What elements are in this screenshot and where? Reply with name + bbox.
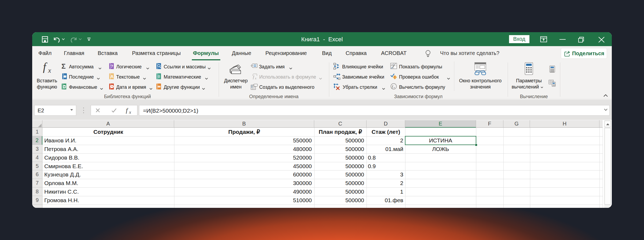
- svg-text:f: f: [253, 75, 255, 79]
- svg-text:x: x: [129, 110, 131, 115]
- svg-text:x: x: [48, 67, 51, 74]
- svg-text:θ: θ: [158, 74, 160, 79]
- svg-text:Σ: Σ: [61, 63, 66, 69]
- svg-text:f: f: [392, 84, 394, 88]
- svg-text:A: A: [111, 74, 114, 79]
- svg-text:15: 15: [391, 64, 393, 66]
- svg-text:x: x: [393, 86, 395, 89]
- svg-text:?: ?: [111, 64, 113, 69]
- svg-text:f: f: [126, 107, 129, 114]
- svg-text:f: f: [43, 61, 47, 73]
- svg-text:x: x: [255, 76, 257, 79]
